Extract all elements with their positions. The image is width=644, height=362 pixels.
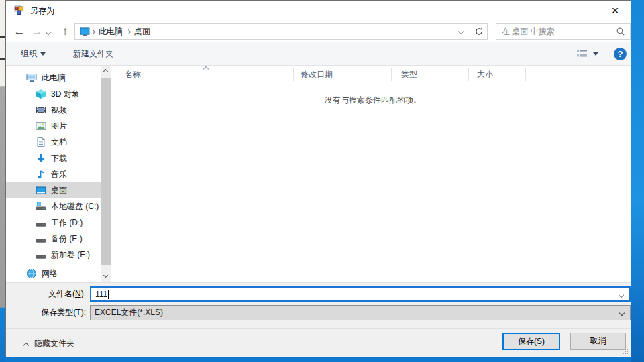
organize-label: 组织 bbox=[21, 49, 37, 58]
filetype-value: EXCEL文件(*.XLS) bbox=[95, 307, 163, 318]
background-app-left-sliver bbox=[0, 0, 5, 362]
column-header-date-modified[interactable]: 修改日期 bbox=[294, 68, 392, 81]
close-icon: × bbox=[611, 3, 619, 17]
filename-dropdown-chevron-icon[interactable] bbox=[619, 292, 624, 298]
cancel-button[interactable]: 取消 bbox=[570, 333, 626, 350]
sidebar-item-documents[interactable]: 文档 bbox=[6, 134, 101, 150]
empty-list-message: 没有与搜索条件匹配的项。 bbox=[225, 95, 521, 106]
dialog-footer: 文件名(N): 111 保存类型(T): EXCEL文件(*.XLS) 隐藏文件… bbox=[6, 282, 631, 357]
sidebar-item-label: 视频 bbox=[51, 105, 67, 116]
sidebar-item-label: 新加卷 (F:) bbox=[51, 249, 90, 261]
documents-icon bbox=[36, 137, 46, 147]
filetype-select[interactable]: EXCEL文件(*.XLS) bbox=[90, 305, 631, 320]
desktop-icon bbox=[36, 185, 46, 196]
filename-input[interactable]: 111 bbox=[90, 286, 631, 302]
new-folder-button[interactable]: 新建文件夹 bbox=[73, 42, 113, 65]
save-as-dialog: 另存为 × ← → ↑ 此电脑 桌面 bbox=[5, 0, 631, 356]
forward-button[interactable]: → bbox=[29, 23, 45, 40]
column-header-row: 名称 修改日期 类型 大小 bbox=[111, 66, 631, 83]
filetype-label: 保存类型(T): bbox=[6, 305, 86, 320]
sidebar-item-label: 此电脑 bbox=[42, 72, 66, 84]
sidebar-item-pictures[interactable]: 图片 bbox=[6, 118, 101, 134]
sidebar-item-label: 图片 bbox=[51, 121, 67, 132]
search-box[interactable]: 在 桌面 中搜索 bbox=[496, 23, 631, 40]
sidebar-item-label: 文档 bbox=[51, 137, 67, 148]
forward-icon: → bbox=[32, 25, 43, 38]
drive-icon bbox=[36, 233, 46, 244]
address-pc-icon bbox=[80, 27, 90, 36]
hide-folders-button[interactable]: 隐藏文件夹 bbox=[24, 335, 74, 351]
background-app-bottom-strip bbox=[5, 356, 631, 362]
app-window-icon bbox=[14, 5, 25, 16]
scroll-down-icon[interactable] bbox=[103, 273, 108, 278]
background-app-right-strip bbox=[631, 0, 644, 362]
this-pc-icon bbox=[26, 72, 37, 83]
drive-icon bbox=[36, 249, 46, 260]
sidebar-item-drive-e[interactable]: 备份 (E:) bbox=[6, 231, 101, 247]
sidebar-item-label: 工作 (D:) bbox=[51, 217, 83, 229]
sidebar-item-network[interactable]: 网络 bbox=[6, 265, 101, 282]
up-icon: ↑ bbox=[62, 25, 68, 38]
sidebar-item-downloads[interactable]: 下载 bbox=[6, 150, 101, 166]
resize-grip-icon[interactable] bbox=[621, 347, 628, 354]
sidebar-item-label: 本地磁盘 (C:) bbox=[51, 201, 99, 213]
sidebar-item-this-pc[interactable]: 此电脑 bbox=[6, 70, 101, 86]
views-dropdown-icon bbox=[593, 52, 598, 56]
file-list: 名称 修改日期 类型 大小 没有与搜索条件匹配的项。 bbox=[111, 66, 631, 282]
command-toolbar: 组织 新建文件夹 ? bbox=[6, 42, 631, 66]
scrollbar-thumb[interactable] bbox=[101, 78, 111, 265]
up-button[interactable]: ↑ bbox=[57, 23, 73, 40]
network-icon bbox=[26, 268, 37, 279]
dialog-title: 另存为 bbox=[30, 1, 54, 21]
content-area: 此电脑 3D 对象 bbox=[6, 66, 631, 282]
3d-objects-icon bbox=[36, 88, 46, 99]
back-icon: ← bbox=[14, 25, 25, 38]
sidebar-item-drive-f[interactable]: 新加卷 (F:) bbox=[6, 247, 101, 263]
sidebar-item-label: 桌面 bbox=[51, 185, 67, 196]
sidebar-item-drive-d[interactable]: 工作 (D:) bbox=[6, 215, 101, 231]
navigation-bar: ← → ↑ 此电脑 桌面 bbox=[6, 21, 631, 42]
sidebar-item-local-disk-c[interactable]: 本地磁盘 (C:) bbox=[6, 198, 101, 215]
help-icon: ? bbox=[618, 49, 623, 59]
views-button[interactable] bbox=[576, 49, 598, 58]
hide-folders-chevron-icon bbox=[23, 343, 29, 348]
breadcrumb-chevron-icon bbox=[91, 29, 95, 34]
column-header-name[interactable]: 名称 bbox=[111, 68, 294, 81]
address-bar[interactable]: 此电脑 桌面 bbox=[74, 23, 470, 40]
breadcrumb-this-pc[interactable]: 此电脑 bbox=[96, 26, 125, 38]
text-caret bbox=[108, 290, 109, 299]
filename-label: 文件名(N): bbox=[6, 286, 86, 302]
hide-folders-label: 隐藏文件夹 bbox=[34, 339, 74, 348]
scroll-up-icon[interactable] bbox=[103, 69, 108, 74]
footer-separator bbox=[6, 328, 631, 329]
breadcrumb-desktop[interactable]: 桌面 bbox=[131, 26, 153, 38]
sidebar-item-desktop[interactable]: 桌面 bbox=[6, 182, 101, 198]
save-button[interactable]: 保存(S) bbox=[502, 333, 560, 350]
cancel-label: 取消 bbox=[590, 336, 606, 345]
search-icon[interactable] bbox=[616, 27, 625, 36]
navigation-sidebar: 此电脑 3D 对象 bbox=[6, 66, 101, 282]
sidebar-item-music[interactable]: 音乐 bbox=[6, 166, 101, 182]
close-button[interactable]: × bbox=[600, 1, 631, 21]
sidebar-item-3d-objects[interactable]: 3D 对象 bbox=[6, 86, 101, 102]
history-chevron-icon[interactable] bbox=[46, 29, 51, 35]
filetype-dropdown-chevron-icon bbox=[619, 310, 625, 316]
back-button[interactable]: ← bbox=[11, 23, 28, 40]
sidebar-scrollbar[interactable] bbox=[101, 66, 111, 282]
sidebar-item-label: 备份 (E:) bbox=[51, 233, 83, 245]
videos-icon bbox=[36, 105, 46, 115]
organize-button[interactable]: 组织 bbox=[21, 42, 46, 65]
sidebar-item-label: 网络 bbox=[42, 268, 58, 280]
refresh-button[interactable] bbox=[470, 23, 488, 40]
help-button[interactable]: ? bbox=[614, 48, 627, 60]
title-bar[interactable]: 另存为 × bbox=[6, 1, 631, 21]
sidebar-item-label: 音乐 bbox=[51, 169, 67, 180]
column-header-size[interactable]: 大小 bbox=[469, 68, 526, 81]
address-dropdown-chevron-icon[interactable] bbox=[458, 29, 464, 34]
screen: 另存为 × ← → ↑ 此电脑 桌面 bbox=[0, 0, 644, 362]
refresh-icon bbox=[474, 27, 484, 36]
search-placeholder: 在 桌面 中搜索 bbox=[502, 26, 616, 38]
column-header-type[interactable]: 类型 bbox=[392, 68, 469, 81]
sidebar-item-videos[interactable]: 视频 bbox=[6, 102, 101, 118]
os-drive-icon bbox=[36, 201, 46, 212]
